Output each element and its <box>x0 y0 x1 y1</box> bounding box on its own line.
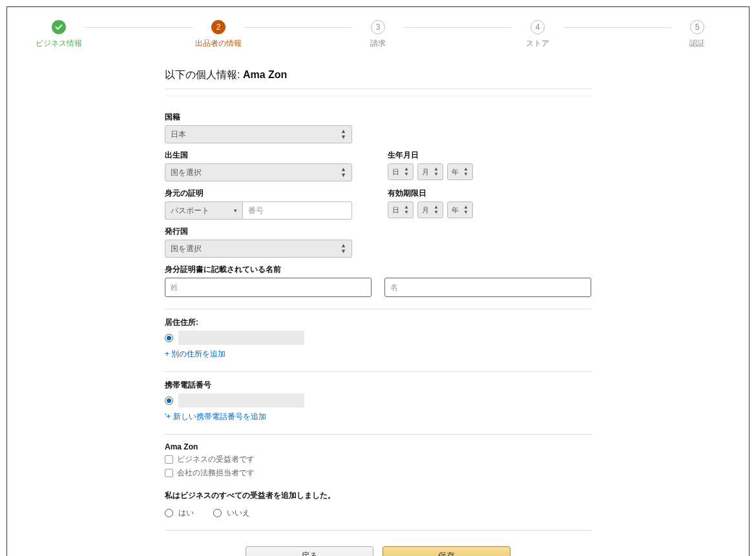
chevron-icon <box>434 205 439 215</box>
lastname-input[interactable]: 姓 <box>165 278 372 297</box>
progress-stepper: ビジネス情報 2 出品者の情報 3 請求 4 ストア 5 認証 <box>33 20 723 49</box>
step-business-info: ビジネス情報 <box>33 20 85 49</box>
button-row: 戻る 保存 <box>165 546 591 556</box>
title-name: Ama Zon <box>243 69 287 80</box>
step-label: 認証 <box>689 38 705 49</box>
issue-country-select[interactable]: 国を選択 <box>165 240 352 258</box>
step-label: 出品者の情報 <box>195 38 242 49</box>
nationality-label: 国籍 <box>165 112 591 123</box>
no-label: いいえ <box>227 508 250 519</box>
step-verification: 5 認証 <box>671 20 723 49</box>
owner-name-label: Ama Zon <box>165 442 591 451</box>
address-value-placeholder <box>178 331 304 345</box>
id-proof-label: 身元の証明 <box>165 188 368 199</box>
expiry-year-select[interactable]: 年 <box>447 201 473 218</box>
check-icon <box>52 20 66 34</box>
beneficiary-checkbox[interactable] <box>165 455 173 464</box>
address-label: 居住住所: <box>165 317 591 328</box>
dob-year-select[interactable]: 年 <box>447 163 473 180</box>
step-number: 4 <box>530 20 545 34</box>
divider <box>165 434 591 435</box>
issue-country-label: 発行国 <box>165 226 591 237</box>
step-billing: 3 請求 <box>352 20 404 49</box>
birth-country-select[interactable]: 国を選択 <box>165 163 352 181</box>
main-content: 以下の個人情報: Ama Zon 国籍 日本 出生国 国を選択 生年月日 <box>165 68 591 556</box>
yes-label: はい <box>178 508 194 519</box>
add-phone-link[interactable]: '+ 新しい携帯電話番号を追加 <box>165 411 266 422</box>
save-button[interactable]: 保存 <box>383 546 510 556</box>
dob-day-select[interactable]: 日 <box>388 163 414 180</box>
chevron-icon <box>341 243 346 254</box>
id-name-label: 身分証明書に記載されている名前 <box>165 264 591 275</box>
chevron-icon <box>404 205 409 215</box>
chevron-icon <box>341 129 346 140</box>
divider <box>165 371 591 372</box>
title-prefix: 以下の個人情報: <box>165 69 243 80</box>
step-label: 請求 <box>370 38 386 49</box>
no-radio[interactable] <box>213 509 222 517</box>
step-label: ビジネス情報 <box>36 38 82 49</box>
add-address-link[interactable]: + 別の住所を追加 <box>165 349 226 360</box>
step-label: ストア <box>526 38 549 49</box>
all-added-label: 私はビジネスのすべての受益者を追加しました。 <box>165 490 591 501</box>
dob-month-select[interactable]: 月 <box>417 163 443 180</box>
chevron-icon <box>463 205 468 215</box>
step-number: 3 <box>371 20 385 34</box>
expiry-label: 有効期限日 <box>388 188 591 199</box>
chevron-icon <box>434 167 439 177</box>
yes-radio[interactable] <box>165 509 173 517</box>
page-frame: ビジネス情報 2 出品者の情報 3 請求 4 ストア 5 認証 以下の個人情報:… <box>6 6 750 556</box>
id-type-select[interactable]: パスポート ▾ <box>165 201 242 220</box>
identity-section: 国籍 日本 出生国 国を選択 生年月日 日 月 <box>165 96 591 297</box>
firstname-input[interactable]: 名 <box>384 278 591 297</box>
chevron-icon <box>404 167 409 177</box>
chevron-down-icon: ▾ <box>234 207 237 214</box>
chevron-icon <box>341 167 346 178</box>
beneficiary-label: ビジネスの受益者です <box>177 454 255 465</box>
phone-label: 携帯電話番号 <box>165 380 591 391</box>
phone-radio[interactable] <box>165 396 173 405</box>
birth-country-label: 出生国 <box>165 150 368 161</box>
divider <box>165 309 591 309</box>
divider <box>165 530 591 531</box>
legal-rep-checkbox[interactable] <box>165 469 173 477</box>
phone-section: 携帯電話番号 '+ 新しい携帯電話番号を追加 <box>165 380 591 422</box>
id-number-input[interactable]: 番号 <box>242 201 352 220</box>
expiry-month-select[interactable]: 月 <box>417 201 443 218</box>
beneficiary-section: Ama Zon ビジネスの受益者です 会社の法務担当者です <box>165 442 591 479</box>
all-beneficiaries-section: 私はビジネスのすべての受益者を追加しました。 はい いいえ <box>165 490 591 519</box>
address-section: 居住住所: + 別の住所を追加 <box>165 317 591 360</box>
step-number: 2 <box>211 20 226 34</box>
step-seller-info: 2 出品者の情報 <box>193 20 244 49</box>
step-number: 5 <box>690 20 704 34</box>
chevron-icon <box>463 167 468 177</box>
step-store: 4 ストア <box>512 20 563 49</box>
phone-value-placeholder <box>178 393 304 407</box>
expiry-day-select[interactable]: 日 <box>388 201 414 218</box>
back-button[interactable]: 戻る <box>246 546 373 556</box>
page-title: 以下の個人情報: Ama Zon <box>165 68 591 89</box>
nationality-select[interactable]: 日本 <box>165 125 352 143</box>
address-radio[interactable] <box>165 334 173 342</box>
legal-rep-label: 会社の法務担当者です <box>177 468 255 479</box>
dob-label: 生年月日 <box>388 150 591 161</box>
